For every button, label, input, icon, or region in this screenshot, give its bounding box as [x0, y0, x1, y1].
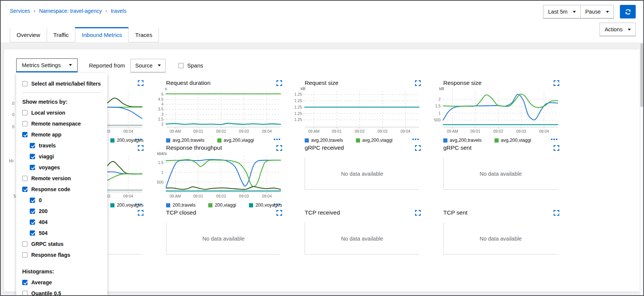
legend-label: avg,200,viaggi [224, 138, 254, 143]
spans-checkbox[interactable] [179, 63, 184, 68]
svg-text:500: 500 [434, 118, 441, 122]
checkbox[interactable] [22, 121, 27, 126]
legend-item[interactable]: avg,200,viaggi [217, 138, 254, 143]
checkbox[interactable] [30, 143, 35, 148]
no-data-message: No data available [341, 236, 383, 242]
legend-item[interactable]: 200,viaggi [208, 202, 236, 208]
settings-option-travels[interactable]: travels [22, 140, 101, 151]
svg-text:1.25: 1.25 [295, 117, 302, 122]
settings-option-voyages[interactable]: voyages [22, 162, 101, 173]
expand-chart-icon[interactable] [554, 210, 559, 216]
settings-option-504[interactable]: 504 [22, 227, 101, 238]
settings-option-quantile-0-5[interactable]: Quantile 0.5 [22, 288, 101, 296]
breadcrumb-link[interactable]: Namespace: travel-agency [39, 8, 102, 14]
settings-option-local-version[interactable]: Local version [22, 107, 101, 118]
checkbox[interactable] [22, 280, 27, 285]
duration-select[interactable]: Last 5m [543, 5, 581, 18]
checkbox[interactable] [22, 176, 27, 181]
settings-option-label: Remote app [31, 132, 61, 138]
checkbox[interactable] [30, 165, 35, 170]
checkbox[interactable] [30, 198, 35, 203]
breadcrumb: Services›Namespace: travel-agency›travel… [10, 8, 126, 14]
settings-option-remote-namespace[interactable]: Remote namespace [22, 118, 101, 129]
expand-chart-icon[interactable] [276, 210, 282, 216]
checkbox[interactable] [30, 230, 35, 236]
settings-option-viaggi[interactable]: viaggi [22, 151, 101, 162]
expand-chart-icon[interactable] [276, 145, 282, 151]
svg-text:1.5: 1.5 [435, 104, 441, 108]
checkbox[interactable] [30, 219, 35, 225]
tab-inbound-metrics[interactable]: Inbound Metrics [75, 27, 129, 42]
checkbox[interactable] [22, 291, 27, 296]
chart-title: Response size [443, 80, 562, 87]
scrollbar-thumb[interactable] [640, 43, 643, 107]
settings-option-grpc-status[interactable]: GRPC status [22, 238, 101, 249]
expand-chart-icon[interactable] [276, 80, 282, 86]
legend-item[interactable]: avg,200,travels [305, 138, 343, 143]
expand-chart-icon[interactable] [415, 145, 421, 151]
chart-kebab-menu-icon[interactable] [412, 138, 419, 141]
legend-item[interactable]: avg,200,travels [443, 138, 482, 143]
expand-chart-icon[interactable] [138, 145, 143, 151]
settings-option-0[interactable]: 0 [22, 195, 101, 206]
checkbox[interactable] [22, 110, 27, 115]
response-size-plot: 21.5150009 AM09:0109:0209:0309:04kB [429, 87, 562, 135]
chevron-down-icon [158, 64, 161, 66]
settings-option-remote-app[interactable]: Remote app [22, 129, 101, 140]
settings-option-average[interactable]: Average [22, 277, 101, 288]
legend-item[interactable]: avg,200,viaggi [494, 138, 531, 143]
chart-kebab-menu-icon[interactable] [551, 138, 558, 141]
checkbox[interactable] [22, 252, 27, 258]
reported-from-select[interactable]: Source [130, 59, 166, 72]
expand-chart-icon[interactable] [554, 80, 559, 86]
breadcrumb-link[interactable]: travels [111, 8, 126, 14]
refresh-interval-select[interactable]: Pause [581, 5, 614, 18]
settings-option-label: travels [39, 143, 56, 149]
tab-traces[interactable]: Traces [128, 27, 159, 42]
svg-text:3: 3 [161, 112, 163, 117]
refresh-button[interactable] [620, 5, 636, 18]
expand-chart-icon[interactable] [554, 145, 559, 151]
scrollbar[interactable] [639, 42, 643, 295]
legend-item[interactable]: avg,200,travels [166, 138, 204, 143]
tab-traffic[interactable]: Traffic [47, 27, 76, 42]
checkbox[interactable] [22, 187, 27, 192]
settings-option-label: Average [31, 279, 52, 285]
settings-option-remote-version[interactable]: Remote version [22, 173, 101, 184]
actions-dropdown[interactable]: Actions [600, 23, 636, 36]
checkbox[interactable] [22, 81, 27, 86]
chart-kebab-menu-icon[interactable] [135, 203, 142, 206]
checkbox[interactable] [22, 132, 27, 137]
settings-option-response-code[interactable]: Response code [22, 184, 101, 195]
legend-item[interactable]: avg,200,viaggi [356, 138, 393, 143]
svg-text:09:03: 09:03 [516, 129, 526, 133]
chart-legend: avg,200,travelsavg,200,viaggi [305, 137, 423, 144]
settings-option-select-all-metric-label-filters[interactable]: Select all metric/label filters [22, 78, 101, 89]
spans-checkbox-wrap[interactable]: Spans [179, 62, 203, 69]
settings-option-response-flags[interactable]: Response flags [22, 249, 101, 260]
expand-chart-icon[interactable] [415, 80, 421, 86]
checkbox[interactable] [30, 209, 35, 214]
chart-kebab-menu-icon[interactable] [273, 138, 281, 141]
expand-chart-icon[interactable] [415, 210, 421, 216]
chart-legend: 200,travels200,viaggi200,voyages [166, 202, 284, 209]
svg-text:1.25: 1.25 [295, 105, 302, 109]
metrics-settings-dropdown[interactable]: Metrics Settings [16, 58, 78, 72]
chart-kebab-menu-icon[interactable] [135, 138, 142, 141]
chart-kebab-menu-icon[interactable] [273, 203, 281, 206]
chart-title: TCP received [305, 209, 423, 217]
checkbox[interactable] [22, 241, 27, 247]
expand-chart-icon[interactable] [138, 210, 143, 216]
legend-swatch [494, 138, 499, 143]
svg-text:3.5: 3.5 [158, 107, 163, 111]
metrics-settings-panel: Select all metric/label filtersShow metr… [16, 73, 107, 296]
expand-chart-icon[interactable] [138, 80, 143, 86]
settings-option-404[interactable]: 404 [22, 216, 101, 227]
settings-option-200[interactable]: 200 [22, 206, 101, 216]
legend-swatch [356, 138, 360, 143]
no-data-frame: No data available [166, 223, 281, 255]
checkbox[interactable] [30, 154, 35, 159]
breadcrumb-link[interactable]: Services [10, 8, 30, 14]
legend-item[interactable]: 200,travels [166, 202, 195, 208]
tab-overview[interactable]: Overview [10, 27, 47, 42]
